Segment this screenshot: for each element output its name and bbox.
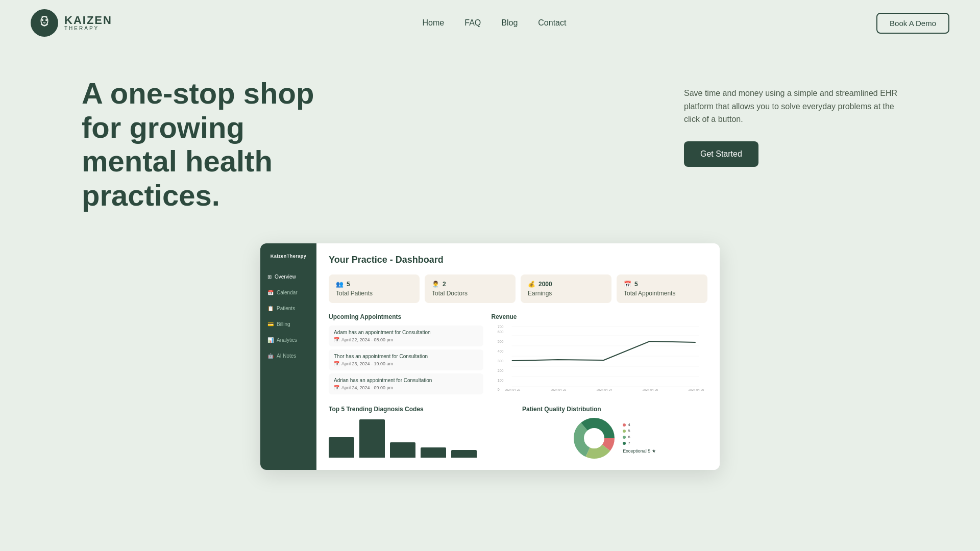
sidebar-brand: KaizenTherapy (260, 254, 316, 269)
svg-text:2024-04-24: 2024-04-24 (596, 388, 612, 391)
bar-col-4 (451, 450, 477, 459)
bar-1 (359, 419, 385, 458)
svg-text:2024-04-23: 2024-04-23 (550, 388, 566, 391)
svg-text:2024-04-25: 2024-04-25 (642, 388, 658, 391)
doctors-label: Total Doctors (432, 290, 508, 297)
pie-label-6: 6 (628, 435, 630, 439)
pie-legend-item-5: 5 (623, 429, 656, 433)
pie-legend-item-7: 7 (623, 441, 656, 445)
revenue-section: Revenue 0 100 200 300 400 500 600 700 (492, 313, 708, 397)
appointment-item: Thor has an appointment for Consultation… (329, 349, 483, 370)
appointments-count: 5 (634, 281, 638, 288)
bar-col-0 (329, 437, 354, 459)
pie-dot-5 (623, 430, 626, 433)
dashboard-main: Your Practice - Dashboard 👥 5 Total Pati… (316, 243, 720, 470)
doctors-stat-icon: 👨‍⚕️ (432, 281, 439, 288)
patients-label: Total Patients (336, 290, 412, 297)
logo-icon (31, 9, 58, 37)
dashboard-title: Your Practice - Dashboard (329, 255, 707, 265)
dashboard-wrapper: KaizenTherapy ⊞ Overview 📅 Calendar 📋 Pa… (260, 243, 720, 470)
appt-calendar-icon-1: 📅 (334, 361, 339, 366)
pie-wrapper: 4 5 6 7 (522, 418, 707, 459)
pie-label-7: 7 (628, 441, 630, 445)
nav-home[interactable]: Home (423, 18, 445, 27)
billing-icon: 💳 (267, 321, 274, 327)
bar-col-1 (359, 419, 385, 459)
patients-stat-icon: 👥 (336, 281, 344, 288)
stat-card-doctors: 👨‍⚕️ 2 Total Doctors (425, 274, 516, 303)
earnings-stat-icon: 💰 (528, 281, 535, 288)
nav-faq[interactable]: FAQ (464, 18, 481, 27)
svg-text:100: 100 (497, 379, 503, 382)
logo-sub: THERAPY (64, 26, 112, 31)
stat-card-appointments: 📅 5 Total Appointments (617, 274, 707, 303)
get-started-button[interactable]: Get Started (684, 141, 758, 167)
pie-legend-item-4: 4 (623, 422, 656, 427)
patients-count: 5 (347, 281, 350, 288)
sidebar-label-analytics: Analytics (277, 337, 297, 343)
book-demo-button[interactable]: Book A Demo (876, 13, 949, 34)
svg-point-28 (586, 430, 602, 446)
svg-text:500: 500 (497, 340, 503, 343)
sidebar-item-analytics[interactable]: 📊 Analytics (260, 332, 316, 348)
dashboard-section: KaizenTherapy ⊞ Overview 📅 Calendar 📋 Pa… (0, 233, 980, 490)
earnings-label: Earnings (528, 290, 604, 297)
nav-contact[interactable]: Contact (538, 18, 566, 27)
hero-description: Save time and money using a simple and s… (684, 87, 898, 126)
appointment-item: Adam has an appointment for Consultation… (329, 325, 483, 346)
navbar: KAIZEN THERAPY Home FAQ Blog Contact Boo… (0, 0, 980, 46)
dash-lower-row: Top 5 Trending Diagnosis Codes (329, 406, 707, 459)
logo: KAIZEN THERAPY (31, 9, 112, 37)
logo-text: KAIZEN THERAPY (64, 15, 112, 31)
appt-name-1: Thor has an appointment for Consultation (334, 354, 478, 359)
dash-middle-row: Upcoming Appointments Adam has an appoin… (329, 313, 707, 397)
sidebar-label-ainotes: AI Notes (277, 353, 296, 359)
logo-main: KAIZEN (64, 15, 112, 26)
pie-legend: 4 5 6 7 (623, 422, 656, 454)
sidebar-item-patients[interactable]: 📋 Patients (260, 300, 316, 316)
sidebar-item-billing[interactable]: 💳 Billing (260, 316, 316, 332)
svg-text:0: 0 (497, 388, 499, 391)
bar-0 (329, 437, 354, 458)
calendar-icon: 📅 (267, 290, 274, 295)
sidebar-label-overview: Overview (275, 274, 296, 280)
nav-blog[interactable]: Blog (501, 18, 518, 27)
analytics-icon: 📊 (267, 337, 274, 343)
pie-dot-4 (623, 423, 626, 427)
sidebar-item-overview[interactable]: ⊞ Overview (260, 269, 316, 285)
sidebar-item-calendar[interactable]: 📅 Calendar (260, 285, 316, 300)
svg-point-2 (41, 19, 43, 21)
sidebar-item-ainotes[interactable]: 🤖 AI Notes (260, 348, 316, 364)
bar-4 (451, 450, 477, 458)
sidebar-label-calendar: Calendar (277, 290, 298, 295)
diagnosis-section: Top 5 Trending Diagnosis Codes (329, 406, 514, 459)
stat-cards: 👥 5 Total Patients 👨‍⚕️ 2 Total Doctors … (329, 274, 707, 303)
ainotes-icon: 🤖 (267, 353, 274, 359)
earnings-count: 2000 (538, 281, 552, 288)
bar-col-3 (421, 447, 446, 459)
sidebar-label-patients: Patients (277, 306, 295, 311)
upcoming-title: Upcoming Appointments (329, 313, 483, 320)
quality-section: Patient Quality Distribution (522, 406, 707, 459)
svg-point-3 (45, 19, 47, 21)
svg-text:200: 200 (497, 369, 503, 372)
hero-title: A one-stop shop for growing mental healt… (82, 77, 337, 213)
stat-card-patients: 👥 5 Total Patients (329, 274, 420, 303)
diagnosis-title: Top 5 Trending Diagnosis Codes (329, 406, 514, 413)
doctors-count: 2 (443, 281, 446, 288)
pie-label-4: 4 (628, 422, 630, 427)
svg-text:600: 600 (497, 330, 503, 334)
appt-date-2: April 24, 2024 - 09:00 pm (341, 385, 393, 390)
appt-name-0: Adam has an appointment for Consultation (334, 330, 478, 335)
appointments-stat-icon: 📅 (624, 281, 631, 288)
hero-right: Save time and money using a simple and s… (684, 77, 898, 167)
bar-chart (329, 418, 514, 459)
appt-date-0: April 22, 2024 - 08:00 pm (341, 337, 393, 342)
svg-text:300: 300 (497, 359, 503, 363)
svg-text:2024-04-26: 2024-04-26 (688, 388, 704, 391)
svg-text:400: 400 (497, 349, 503, 353)
sidebar-label-billing: Billing (277, 321, 290, 327)
pie-dot-7 (623, 442, 626, 445)
nav-links: Home FAQ Blog Contact (423, 18, 567, 28)
overview-icon: ⊞ (267, 274, 272, 280)
